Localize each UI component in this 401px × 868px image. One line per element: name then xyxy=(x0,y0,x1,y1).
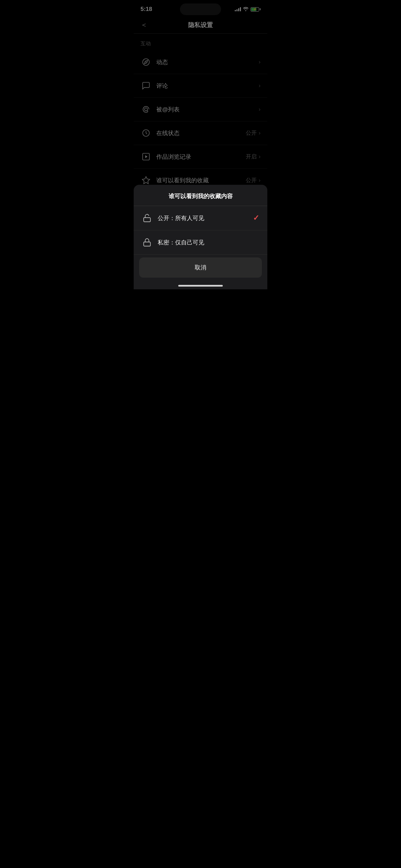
unlock-icon xyxy=(142,213,152,223)
sheet-options: 公开：所有人可见 ✓ 私密：仅自己可见 xyxy=(134,206,267,255)
home-indicator xyxy=(178,285,223,287)
sheet-option-private[interactable]: 私密：仅自己可见 xyxy=(134,230,267,255)
bottom-sheet: 谁可以看到我的收藏内容 公开：所有人可见 ✓ 私密：仅自己可见 取 xyxy=(134,185,267,289)
svg-rect-11 xyxy=(144,242,150,246)
sheet-option-public[interactable]: 公开：所有人可见 ✓ xyxy=(134,206,267,230)
check-icon: ✓ xyxy=(253,214,259,222)
lock-icon xyxy=(142,237,152,248)
cancel-button[interactable]: 取消 xyxy=(139,257,262,278)
private-option-label: 私密：仅自己可见 xyxy=(158,239,259,246)
public-option-label: 公开：所有人可见 xyxy=(158,214,253,222)
svg-rect-10 xyxy=(144,218,150,222)
sheet-title: 谁可以看到我的收藏内容 xyxy=(134,185,267,206)
